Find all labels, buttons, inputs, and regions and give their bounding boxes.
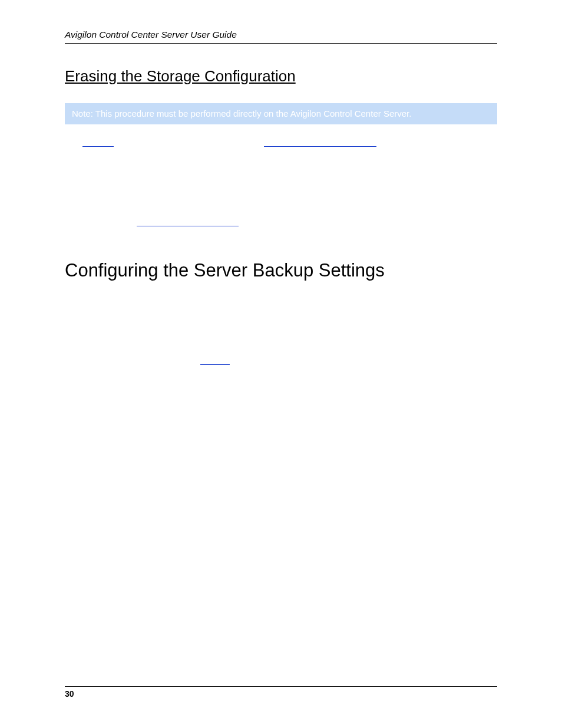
paragraph-enable-backup: Enable the Backup settings to allow the … <box>65 295 497 308</box>
page-number: 30 <box>65 689 74 699</box>
text-fragment: dialog box displays a summary of the <box>114 136 264 146</box>
link-set-initial-configuration[interactable]: set the initial configuration <box>137 216 239 226</box>
heading-configuring-backup: Configuring the Server Backup Settings <box>65 260 497 281</box>
post-steps-text: You can now set the initial configuratio… <box>65 215 497 228</box>
text-fragment: You can now <box>84 216 137 226</box>
step-text: In the Storage dialog box, click Erase A… <box>84 171 277 181</box>
step-text: When the confirmation dialog box appears… <box>84 193 290 203</box>
text-fragment: To back up files, you must use the <box>65 354 200 364</box>
note-box: Note: This procedure must be performed d… <box>65 103 497 124</box>
link-current-storage-configuration[interactable]: current storage configuration <box>264 136 376 147</box>
text-fragment: The <box>65 136 82 146</box>
step-number: 2. <box>68 192 78 205</box>
link-storage[interactable]: Storage <box>82 136 114 147</box>
step-number: 1. <box>68 170 78 183</box>
page-container: Avigilon Control Center Server User Guid… <box>0 0 562 728</box>
link-backup[interactable]: Backup <box>200 354 230 365</box>
heading-erasing-storage: Erasing the Storage Configuration <box>65 67 497 85</box>
step-1: 1.In the Storage dialog box, click Erase… <box>65 170 497 183</box>
paragraph-backup-feature: To back up files, you must use the Backu… <box>65 353 497 379</box>
page-footer: 30 <box>65 686 497 699</box>
step-2: 2.When the confirmation dialog box appea… <box>65 192 497 205</box>
paragraph-storage-summary: The Storage dialog box displays a summar… <box>65 135 497 161</box>
text-fragment: again. <box>239 216 265 226</box>
paragraph-admin-tool: In the Admin Tool, you must enable the b… <box>65 318 497 344</box>
running-header: Avigilon Control Center Server User Guid… <box>65 29 497 44</box>
